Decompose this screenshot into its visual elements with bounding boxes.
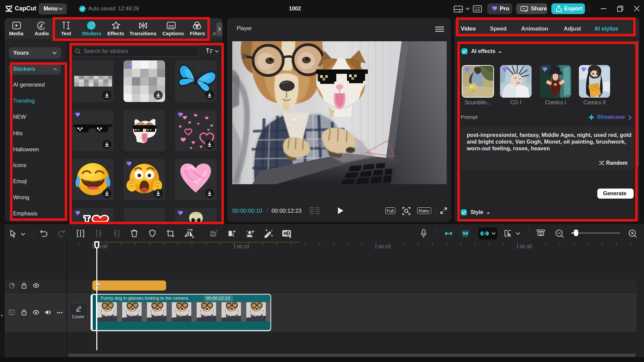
svg-text:00:30: 00:30 bbox=[520, 244, 532, 249]
svg-text:00:10: 00:10 bbox=[237, 244, 249, 249]
svg-text:00:20: 00:20 bbox=[378, 244, 390, 249]
